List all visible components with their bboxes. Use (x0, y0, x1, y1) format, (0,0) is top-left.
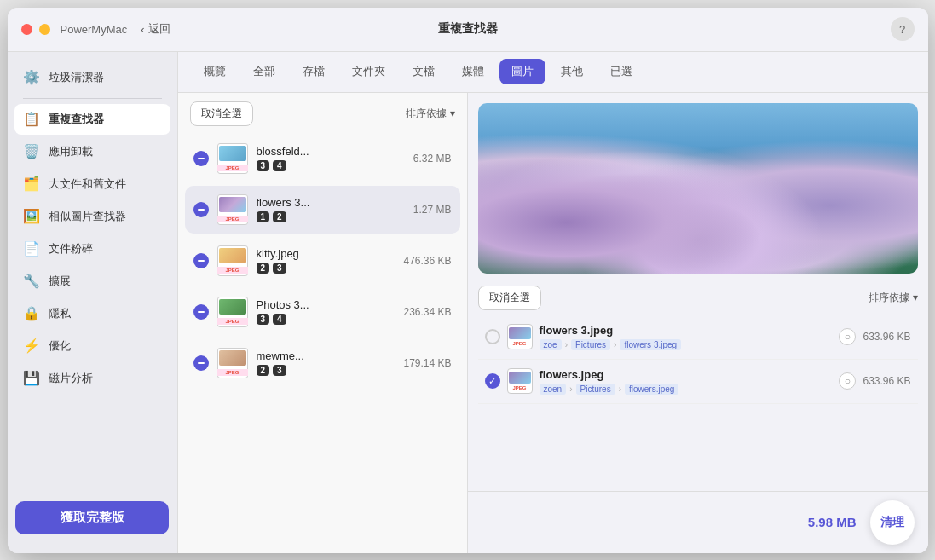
dup-file-details: flowers.jpeg zoen › Pictures › flowers.j… (540, 368, 833, 395)
sidebar-item-optimizer[interactable]: ⚡ 優化 (14, 331, 170, 361)
tab-folder[interactable]: 文件夾 (340, 59, 397, 84)
file-size: 6.32 MB (413, 153, 452, 165)
tab-document[interactable]: 文檔 (401, 59, 447, 84)
sidebar-label-trash: 垃圾清潔器 (49, 70, 104, 85)
sidebar-label-disk: 磁片分析 (49, 371, 93, 386)
tab-overview[interactable]: 概覽 (192, 59, 238, 84)
sidebar-label-uninstaller: 應用卸載 (49, 144, 93, 159)
sidebar-label-large-files: 大文件和舊文件 (49, 176, 126, 192)
path-pictures: Pictures (571, 339, 610, 350)
file-badges: 1 2 (257, 211, 405, 222)
file-name: flowers 3... (257, 196, 405, 209)
dup-action-button[interactable]: ○ (839, 328, 856, 345)
deselect-item-icon[interactable] (193, 304, 209, 320)
sidebar-item-privacy[interactable]: 🔒 隱私 (14, 298, 170, 329)
sidebar-item-disk[interactable]: 💾 磁片分析 (14, 363, 170, 394)
path-file: flowers 3.jpeg (620, 339, 681, 350)
tab-all[interactable]: 全部 (241, 59, 287, 84)
dup-action-button[interactable]: ○ (839, 372, 856, 390)
deselect-item-icon[interactable] (193, 202, 209, 217)
optimizer-icon: ⚡ (23, 338, 40, 355)
sidebar-divider-1 (23, 98, 162, 99)
chevron-down-icon: ▾ (450, 107, 455, 119)
upgrade-button[interactable]: 獲取完整版 (15, 501, 169, 534)
list-item[interactable]: JPEG blossfeld... 3 4 6.32 MB (185, 135, 460, 182)
file-badges: 2 3 (257, 263, 395, 274)
close-button[interactable] (21, 24, 32, 35)
tab-bar: 概覽 全部 存檔 文件夾 文檔 媒體 圖片 其他 已選 (178, 52, 928, 93)
duplicate-checkbox[interactable] (485, 329, 500, 344)
app-window: PowerMyMac ‹ 返回 重複查找器 ? ⚙️ 垃圾清潔器 📋 重複查找器… (8, 8, 928, 553)
list-item[interactable]: JPEG Photos 3... 3 4 236.34 KB (185, 288, 460, 336)
file-thumbnail: JPEG (217, 297, 248, 327)
tab-selected[interactable]: 已選 (598, 59, 644, 84)
clean-button[interactable]: 清理 (870, 500, 915, 545)
minimize-button[interactable] (39, 24, 50, 35)
file-name: Photos 3... (257, 298, 395, 311)
sidebar-item-uninstaller[interactable]: 🗑️ 應用卸載 (14, 136, 170, 167)
sidebar-item-extensions[interactable]: 🔧 擴展 (14, 266, 170, 297)
duplicate-checkbox[interactable] (485, 373, 500, 389)
deselect-item-icon[interactable] (193, 355, 209, 371)
preview-deselect-all-button[interactable]: 取消全選 (478, 286, 541, 310)
dup-file-details: flowers 3.jpeg zoe › Pictures › flowers … (540, 324, 833, 350)
file-info: kitty.jpeg 2 3 (257, 247, 395, 274)
sidebar-label-shredder: 文件粉碎 (49, 241, 93, 257)
file-name: blossfeld... (257, 145, 405, 158)
sidebar: ⚙️ 垃圾清潔器 📋 重複查找器 🗑️ 應用卸載 🗂️ 大文件和舊文件 🖼️ 相… (8, 52, 178, 553)
sidebar-item-similar-photos[interactable]: 🖼️ 相似圖片查找器 (14, 201, 170, 232)
duplicate-icon: 📋 (23, 111, 40, 128)
file-info: Photos 3... 3 4 (257, 298, 395, 325)
sidebar-item-trash[interactable]: ⚙️ 垃圾清潔器 (14, 62, 170, 93)
dup-size-area: ○ 633.96 KB (839, 372, 910, 390)
file-info: mewme... 2 3 (257, 349, 395, 376)
split-pane: 取消全選 排序依據 ▾ JPEG (178, 93, 928, 553)
file-list: JPEG blossfeld... 3 4 6.32 MB (178, 135, 467, 553)
deselect-item-icon[interactable] (193, 151, 209, 166)
list-item[interactable]: JPEG kitty.jpeg 2 3 476.36 KB (185, 237, 460, 285)
preview-toolbar: 取消全選 排序依據 ▾ (468, 280, 928, 315)
help-button[interactable]: ? (891, 17, 915, 41)
shredder-icon: 📄 (23, 240, 40, 257)
path-root: zoe (540, 339, 562, 350)
preview-image (478, 103, 918, 274)
sidebar-item-large-files[interactable]: 🗂️ 大文件和舊文件 (14, 169, 170, 199)
duplicate-item[interactable]: JPEG flowers.jpeg zoen › Pictures › flow… (478, 360, 918, 404)
dup-path: zoe › Pictures › flowers 3.jpeg (540, 339, 833, 350)
chevron-down-icon: ▾ (913, 292, 918, 303)
path-root: zoen (540, 384, 567, 395)
dup-file-thumbnail: JPEG (507, 368, 533, 394)
badge-3: 3 (273, 263, 286, 274)
list-item[interactable]: JPEG mewme... 2 3 179.14 KB (185, 339, 460, 387)
tab-image[interactable]: 圖片 (499, 59, 545, 84)
sidebar-item-shredder[interactable]: 📄 文件粉碎 (14, 234, 170, 264)
preview-panel: 取消全選 排序依據 ▾ JPEG (468, 93, 928, 553)
file-size: 1.27 MB (413, 204, 452, 216)
uninstaller-icon: 🗑️ (23, 143, 40, 160)
sidebar-label-optimizer: 優化 (49, 338, 71, 354)
sidebar-label-privacy: 隱私 (49, 306, 71, 321)
file-info: flowers 3... 1 2 (257, 196, 405, 222)
path-file: flowers.jpeg (625, 384, 678, 395)
tab-archive[interactable]: 存檔 (291, 59, 337, 84)
file-size: 476.36 KB (403, 255, 451, 267)
sidebar-item-duplicate[interactable]: 📋 重複查找器 (14, 104, 170, 135)
file-badges: 2 3 (257, 365, 395, 376)
sort-button[interactable]: 排序依據 ▾ (406, 107, 455, 121)
badge-3: 3 (257, 160, 270, 171)
tab-media[interactable]: 媒體 (450, 59, 496, 84)
preview-sort-button[interactable]: 排序依據 ▾ (869, 291, 918, 305)
sidebar-label-duplicate: 重複查找器 (49, 112, 104, 127)
back-button[interactable]: ‹ 返回 (141, 21, 170, 37)
privacy-icon: 🔒 (23, 305, 40, 322)
deselect-all-button[interactable]: 取消全選 (190, 101, 253, 126)
list-item[interactable]: JPEG flowers 3... 1 2 1.27 MB (185, 186, 460, 234)
disk-icon: 💾 (23, 370, 40, 387)
extensions-icon: 🔧 (23, 273, 40, 290)
deselect-item-icon[interactable] (193, 253, 209, 268)
badge-3: 3 (257, 314, 270, 325)
badge-2: 2 (273, 211, 286, 222)
file-size: 179.14 KB (403, 357, 451, 369)
duplicate-item[interactable]: JPEG flowers 3.jpeg zoe › Pictures › flo… (478, 315, 918, 360)
tab-other[interactable]: 其他 (549, 59, 595, 84)
